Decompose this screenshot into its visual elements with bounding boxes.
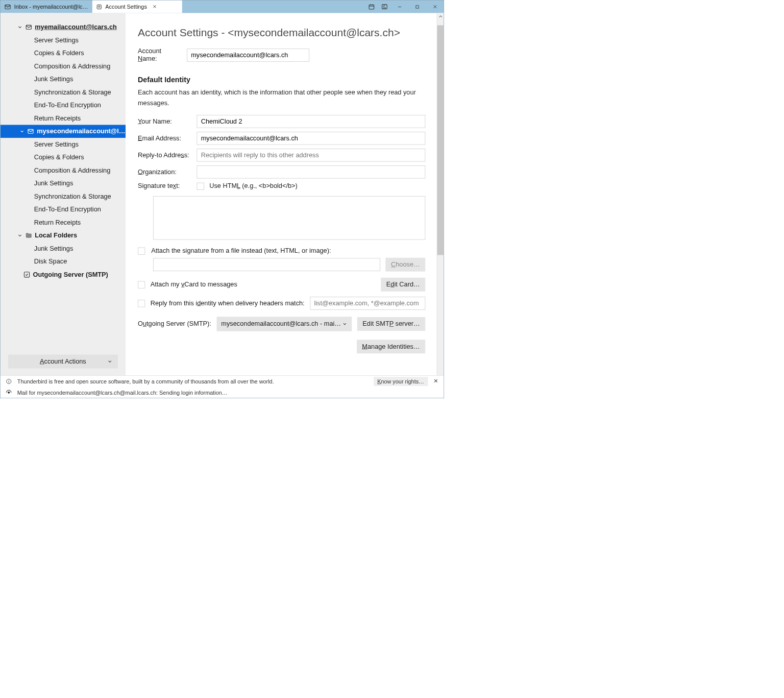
your-name-input[interactable] xyxy=(197,115,426,128)
statusbar-text: Thunderbird is free and open source soft… xyxy=(17,378,274,384)
scrollbar-thumb[interactable] xyxy=(437,26,444,255)
account-name-input[interactable] xyxy=(187,49,309,62)
acct1-e2ee[interactable]: End-To-End Encryption xyxy=(6,99,126,112)
folder-icon xyxy=(26,232,33,239)
window-close[interactable] xyxy=(426,1,444,13)
outgoing-smtp-select[interactable]: mysecondemailaccount@lcars.ch - mail.lca… xyxy=(216,317,352,332)
account-item-1[interactable]: myemailaccount@lcars.ch xyxy=(6,21,126,34)
acct2-e2ee[interactable]: End-To-End Encryption xyxy=(6,203,126,216)
signature-label: Signature text: xyxy=(138,182,191,190)
acct2-sync[interactable]: Synchronization & Storage xyxy=(6,190,126,203)
chevron-down-icon xyxy=(17,233,23,238)
acct1-server-settings[interactable]: Server Settings xyxy=(6,34,126,47)
account-2-label: mysecondemailaccount@lca... xyxy=(37,128,126,135)
acct1-receipts[interactable]: Return Receipts xyxy=(6,112,126,125)
settings-page-icon xyxy=(96,4,102,10)
window-maximize[interactable] xyxy=(408,1,426,13)
account-name-label: Account Name: xyxy=(138,47,182,63)
account-actions-dropdown[interactable]: Account Actions Account Actions xyxy=(8,355,118,369)
acct1-junk[interactable]: Junk Settings xyxy=(6,73,126,86)
mail-icon xyxy=(4,3,11,10)
tab-settings-label: Account Settings xyxy=(105,4,147,10)
choose-file-button[interactable]: Choose… xyxy=(386,258,426,272)
activity-text: Mail for mysecondemailaccount@lcars.ch@m… xyxy=(17,390,228,396)
close-icon[interactable] xyxy=(152,4,157,10)
email-input[interactable] xyxy=(197,132,426,145)
organization-label: Organization: xyxy=(138,169,191,176)
scroll-up-icon[interactable] xyxy=(438,14,444,19)
acct1-copies-folders[interactable]: Copies & Folders xyxy=(6,47,126,60)
titlebar: Inbox - myemailaccount@lcars. Account Se… xyxy=(1,1,444,13)
tab-inbox[interactable]: Inbox - myemailaccount@lcars. xyxy=(1,1,92,13)
vertical-scrollbar[interactable] xyxy=(437,13,444,376)
signature-textarea[interactable] xyxy=(153,196,425,240)
outgoing-smtp-label: Outgoing Server (SMTP): xyxy=(138,320,211,328)
default-identity-desc: Each account has an identity, which is t… xyxy=(138,87,425,108)
svg-point-9 xyxy=(8,392,10,393)
svg-rect-2 xyxy=(369,5,374,9)
acct2-composition[interactable]: Composition & Addressing xyxy=(6,164,126,177)
attach-from-file-label: Attach the signature from a file instead… xyxy=(151,247,331,255)
use-html-checkbox[interactable] xyxy=(197,183,204,190)
tab-account-settings[interactable]: Account Settings xyxy=(92,1,182,13)
close-icon[interactable] xyxy=(433,378,438,384)
mail-icon xyxy=(26,24,33,31)
reply-identity-checkbox[interactable] xyxy=(138,300,145,307)
reply-identity-label: Reply from this identity when delivery h… xyxy=(151,300,305,307)
acct2-server-settings[interactable]: Server Settings xyxy=(6,138,126,151)
acct1-sync[interactable]: Synchronization & Storage xyxy=(6,86,126,99)
reply-identity-input[interactable] xyxy=(310,297,425,310)
activity-icon xyxy=(6,390,12,396)
page-title: Account Settings - <mysecondemailaccount… xyxy=(138,27,425,39)
outgoing-smtp-item[interactable]: Outgoing Server (SMTP) xyxy=(6,268,126,281)
signature-file-path-input xyxy=(153,258,380,272)
chevron-down-icon xyxy=(107,359,113,365)
acct1-composition[interactable]: Composition & Addressing xyxy=(6,60,126,73)
know-your-rights-button[interactable]: Know your rights… xyxy=(374,377,428,386)
attach-vcard-checkbox[interactable] xyxy=(138,281,145,288)
statusbar-notification: Thunderbird is free and open source soft… xyxy=(1,375,444,387)
acct2-junk[interactable]: Junk Settings xyxy=(6,177,126,190)
default-identity-heading: Default Identity xyxy=(138,76,425,85)
local-disk[interactable]: Disk Space xyxy=(6,255,126,269)
window-minimize[interactable] xyxy=(391,1,409,13)
chevron-down-icon xyxy=(19,129,24,134)
app-window: Inbox - myemailaccount@lcars. Account Se… xyxy=(0,0,444,398)
statusbar-activity: Mail for mysecondemailaccount@lcars.ch@m… xyxy=(1,387,444,398)
attach-vcard-label: Attach my vCard to messages xyxy=(151,281,237,288)
attach-from-file-checkbox[interactable] xyxy=(138,247,145,254)
calendar-icon[interactable] xyxy=(365,1,378,13)
outgoing-smtp-label: Outgoing Server (SMTP) xyxy=(33,271,108,278)
email-label: Email Address: xyxy=(138,135,191,142)
chevron-down-icon xyxy=(342,322,348,327)
info-icon xyxy=(6,378,12,384)
account-item-2[interactable]: mysecondemailaccount@lca... xyxy=(1,125,126,138)
edit-smtp-button[interactable]: Edit SMTP server… xyxy=(357,317,425,331)
replyto-label: Reply-to Address: xyxy=(138,152,191,159)
mail-icon xyxy=(27,128,34,135)
manage-identities-button[interactable]: Manage Identities… xyxy=(357,340,425,354)
edit-card-button[interactable]: Edit Card… xyxy=(381,278,425,292)
your-name-label: Your Name: xyxy=(138,118,191,126)
accounts-sidebar: myemailaccount@lcars.ch Server Settings … xyxy=(1,13,126,376)
local-folders-item[interactable]: Local Folders xyxy=(6,229,126,243)
tasks-icon[interactable] xyxy=(378,1,391,13)
outgoing-smtp-selected: mysecondemailaccount@lcars.ch - mail.lca… xyxy=(221,320,342,328)
chevron-down-icon xyxy=(17,25,23,30)
settings-content: Account Settings - <mysecondemailaccount… xyxy=(126,13,437,376)
account-1-label: myemailaccount@lcars.ch xyxy=(35,23,117,31)
organization-input[interactable] xyxy=(197,165,426,179)
svg-rect-3 xyxy=(382,5,387,9)
replyto-input[interactable] xyxy=(197,149,426,162)
tab-inbox-label: Inbox - myemailaccount@lcars. xyxy=(14,4,88,10)
use-html-label: Use HTML (e.g., <b>bold</b>) xyxy=(209,182,297,190)
acct2-receipts[interactable]: Return Receipts xyxy=(6,216,126,229)
acct2-copies-folders[interactable]: Copies & Folders xyxy=(6,151,126,164)
account-actions-label: Account Actions xyxy=(40,358,86,366)
local-junk[interactable]: Junk Settings xyxy=(6,242,126,255)
local-folders-label: Local Folders xyxy=(35,232,77,239)
svg-rect-4 xyxy=(416,6,419,8)
svg-rect-7 xyxy=(24,272,29,277)
outgoing-icon xyxy=(23,271,31,278)
